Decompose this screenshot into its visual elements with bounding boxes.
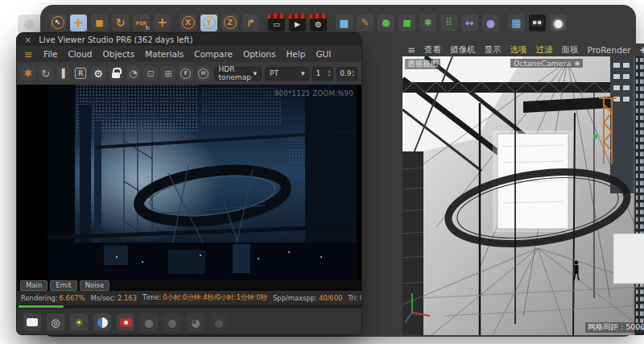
viewport-camera-label[interactable]: OctaneCamera ◉ [510, 59, 583, 68]
render-layer-icon[interactable]: ◎ [47, 313, 64, 331]
chevron-down-icon: ▾ [301, 69, 305, 77]
rotate-tool-icon[interactable]: ↻ [111, 14, 130, 32]
samples-value: 1 [316, 69, 320, 77]
lock-icon[interactable] [109, 66, 123, 81]
tonemap-value: HDR tonemap [219, 65, 254, 81]
menu-help[interactable]: Help [286, 49, 305, 59]
menu-materials[interactable]: Materials [145, 49, 184, 59]
viewport-view-label: 透视视图 [405, 59, 440, 69]
viewport-menu-cameras[interactable]: 摄像机 [450, 44, 476, 56]
scene-camera-icon[interactable] [528, 14, 547, 32]
status-rendering-label: Rendering: [21, 294, 58, 302]
tab-emit[interactable]: Emit [50, 280, 76, 291]
generator-icon[interactable]: ● [377, 14, 395, 32]
live-viewer-toolbar: ✱ ↻ ‖ R ⚙ ◔ ⊡ ⊞ F H HDR tonemap ▾ PT ▾ 1… [17, 62, 361, 85]
status-time-value: 0小时:0分钟:4秒/0小时:1分钟:0秒 [163, 293, 267, 301]
perspective-viewport: ≡ 查看 摄像机 显示 选项 过滤 面板 ProRender ✚ ⇄ ↻ ▣ [402, 44, 644, 335]
live-viewer-titlebar[interactable]: × Live Viewer Studio PR6 (362 days left) [17, 33, 361, 46]
live-selection-icon[interactable]: ↖ [48, 14, 67, 32]
snapshot-camera-icon[interactable] [117, 313, 134, 331]
tool-group-transform: ↖ ✚ ■ ↻ PSR↻ + [48, 14, 171, 32]
status-time-label: Time: [142, 293, 161, 301]
viewport-grid-spacing-label: 网格间距 : 50000 cm [585, 322, 644, 333]
viewport-menu-panel[interactable]: 面板 [562, 44, 579, 56]
day-night-contrast-icon[interactable] [93, 313, 111, 331]
menu-gui[interactable]: GUI [316, 49, 331, 59]
viewport-menu-options[interactable]: 选项 [510, 44, 527, 56]
viewport-menu-icon[interactable]: ≡ [407, 44, 415, 56]
viewport-menu-view[interactable]: 查看 [424, 44, 441, 56]
white-balance-picker-icon[interactable]: H [196, 66, 211, 81]
tab-noise[interactable]: Noise [80, 280, 110, 291]
viewport-canvas[interactable]: 透视视图 OctaneCamera ◉ 网格间距 : 50000 cm [402, 56, 644, 335]
viewport-menu-display[interactable]: 显示 [485, 44, 502, 56]
tonemap-select[interactable]: HDR tonemap ▾ [214, 67, 262, 81]
samples-stepper[interactable]: 1 ▴▾ [312, 67, 333, 81]
render-pass-tabs: Main Emit Noise [17, 280, 361, 291]
add-axis-icon[interactable]: + [153, 14, 171, 32]
menu-file[interactable]: File [43, 49, 58, 59]
viewport-menubar: ≡ 查看 摄像机 显示 选项 过滤 面板 ProRender ✚ ⇄ ↻ ▣ [402, 44, 644, 56]
scale-tool-icon[interactable]: ■ [90, 14, 109, 32]
floor-object-icon[interactable]: ▦ [507, 14, 526, 32]
simulate-constraint-icon[interactable]: ↔ [460, 14, 479, 32]
clay-mode-icon[interactable]: ◔ [126, 66, 141, 81]
pick-object-icon[interactable]: ⊡ [143, 66, 158, 81]
focus-picker-icon[interactable]: F [179, 66, 193, 81]
live-viewer-menu-icon[interactable]: ≡ [24, 48, 33, 60]
coordinate-system-icon[interactable]: ↱ [242, 14, 260, 32]
render-view-icon[interactable]: ▭ [267, 14, 286, 32]
status-spp-value: 40/600 [319, 294, 342, 302]
tab-main[interactable]: Main [20, 280, 47, 291]
pick-material-icon[interactable]: ⊞ [161, 66, 175, 81]
psr-reset-icon[interactable]: PSR↻ [132, 14, 151, 32]
chevron-down-icon: ▾ [253, 69, 257, 77]
z-axis-lock-icon[interactable]: Z [221, 14, 239, 32]
pie-preview-icon[interactable]: ◕ [187, 313, 204, 331]
sphere-preview-icon-3[interactable]: ● [210, 313, 228, 331]
sphere-preview-icon-2[interactable]: ● [163, 313, 181, 331]
camera-label-text: OctaneCamera [514, 59, 571, 68]
tool-group-axislock: X Y Z ↱ [179, 14, 260, 32]
gamma-stepper[interactable]: 0.9 ▴▾ [336, 67, 357, 81]
beauty-pass-icon[interactable] [23, 313, 41, 331]
render-progress-track [17, 305, 361, 309]
close-icon[interactable]: × [24, 35, 31, 44]
scene-light-icon[interactable]: ● [549, 14, 568, 32]
pen-tool-icon[interactable]: ✎ [356, 14, 374, 32]
kernel-select[interactable]: PT ▾ [265, 67, 309, 81]
render-picture-viewer-icon[interactable]: ▶ [288, 14, 307, 32]
render-preview-image [47, 85, 357, 280]
y-axis-lock-icon[interactable]: Y [200, 14, 218, 32]
x-axis-lock-icon[interactable]: X [179, 14, 197, 32]
menu-compare[interactable]: Compare [194, 49, 233, 59]
live-viewer-title: Live Viewer Studio PR6 (362 days left) [39, 35, 192, 44]
kernel-value: PT [270, 69, 279, 77]
gear-icon[interactable]: ⚙ [91, 66, 105, 81]
render-progress-fill [19, 305, 64, 308]
menu-options[interactable]: Options [243, 49, 276, 59]
status-mssec-value: 2.163 [118, 294, 137, 302]
viewport-menu-prorender[interactable]: ProRender [588, 45, 631, 55]
gamma-value: 0.9 [340, 69, 351, 77]
sphere-preview-icon-1[interactable]: ● [140, 313, 158, 331]
add-cube-icon[interactable]: ■ [335, 14, 353, 32]
tool-group-render: ▭ ▶ ⚙ [267, 14, 328, 32]
chevron-down-icon: ▾ [328, 73, 331, 77]
region-render-icon[interactable]: R [73, 66, 88, 81]
mograph-cloner-icon[interactable]: ⠿ [440, 14, 458, 32]
render-image-area[interactable]: 900*1125 ZOOM:%90 [17, 85, 361, 280]
render-settings-icon[interactable]: ⚙ [309, 14, 328, 32]
move-tool-icon[interactable]: ✚ [69, 14, 88, 32]
sun-icon[interactable]: ☀ [70, 313, 88, 331]
menu-objects[interactable]: Objects [102, 49, 134, 59]
octane-restart-icon[interactable]: ✱ [21, 66, 35, 81]
menu-cloud[interactable]: Cloud [68, 49, 92, 59]
viewport-pan-icon[interactable]: ✚ [640, 46, 644, 55]
modeling-object-icon[interactable]: ■ [398, 14, 416, 32]
field-object-icon[interactable]: ● [481, 14, 500, 32]
viewport-menu-filter[interactable]: 过滤 [536, 44, 553, 56]
pause-render-icon[interactable]: ‖ [56, 66, 71, 81]
refresh-sync-icon[interactable]: ↻ [39, 66, 53, 81]
particle-emitter-icon[interactable]: ✱ [419, 14, 437, 32]
